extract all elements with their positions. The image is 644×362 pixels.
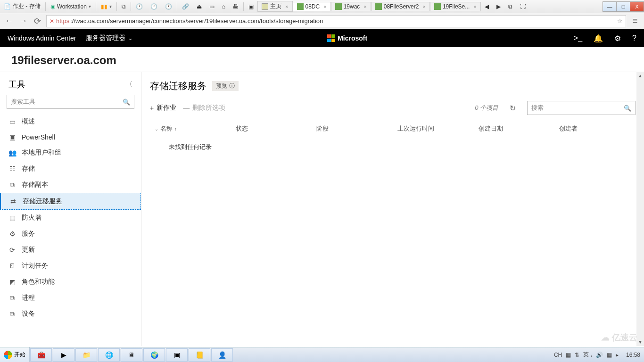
item-count: 0 个项目	[475, 104, 498, 112]
watermark: ☁ 亿速云	[601, 332, 637, 343]
sidebar-item-7[interactable]: ⚙服务	[0, 226, 141, 242]
sidebar-item-12[interactable]: ⧉设备	[0, 306, 141, 322]
sidebar-item-2[interactable]: 👥本地用户和组	[0, 145, 141, 161]
wac-context-menu[interactable]: 服务器管理器⌄	[86, 34, 132, 42]
collapse-sidebar-icon[interactable]: 〈	[126, 80, 132, 89]
taskbar-app-2[interactable]: 📁	[75, 348, 97, 362]
taskbar-app-3[interactable]: 🌐	[98, 348, 120, 362]
col-phase[interactable]: 阶段	[312, 124, 393, 133]
sidebar-item-5[interactable]: ⇄存储迁移服务	[0, 193, 141, 210]
page-title: 存储迁移服务	[150, 80, 206, 92]
vm-clock2-icon[interactable]: 🕐	[147, 0, 161, 13]
tool-icon: ▦	[8, 214, 16, 222]
sidebar-item-10[interactable]: ◩角色和功能	[0, 274, 141, 290]
taskbar-app-5[interactable]: 🌍	[143, 348, 165, 362]
clock[interactable]: 16:58	[626, 352, 640, 358]
network-icon[interactable]: ⇅	[575, 352, 579, 358]
tool-icon: 👥	[8, 149, 16, 156]
col-last-run[interactable]: 上次运行时间	[393, 124, 474, 133]
sidebar-item-1[interactable]: ▣PowerShell	[0, 130, 141, 145]
wac-brand[interactable]: Windows Admin Center	[8, 34, 76, 42]
powershell-icon[interactable]: >_	[574, 34, 582, 42]
tray-more-icon[interactable]: ▸	[616, 352, 619, 358]
close-icon[interactable]: ×	[473, 4, 476, 9]
close-icon[interactable]: ×	[422, 4, 425, 9]
close-icon[interactable]: ×	[285, 4, 288, 9]
vm-tab-19wac[interactable]: 19wac×	[331, 2, 371, 11]
vm-tab-08dc[interactable]: 08DC×	[293, 2, 331, 11]
security-icon[interactable]: ▦	[566, 352, 571, 358]
vm-usb-icon[interactable]: ⏏	[193, 0, 206, 13]
content-pane: 存储迁移服务 预览ⓘ + 新作业 — 删除所选项 0 个项目 ↻ 搜索 🔍	[141, 72, 644, 346]
refresh-button[interactable]: ↻	[510, 104, 516, 113]
vm-tab-08fileserver2[interactable]: 08FileServer2×	[371, 2, 430, 11]
back-button[interactable]: ←	[4, 16, 14, 26]
sidebar-item-4[interactable]: ⧉存储副本	[0, 177, 141, 193]
settings-icon[interactable]: ⚙	[614, 34, 621, 43]
close-button[interactable]: X	[630, 1, 644, 12]
vm-drive-icon[interactable]: ⌂	[218, 0, 229, 13]
vm-snapshot-icon[interactable]: ⧉	[118, 0, 130, 13]
browser-menu[interactable]: ≡	[630, 16, 640, 26]
start-button[interactable]: 开始	[0, 347, 30, 362]
sort-asc-icon: ↑	[174, 126, 177, 132]
col-name[interactable]: ⌄ 名称 ↑	[150, 124, 231, 133]
new-job-button[interactable]: + 新作业	[150, 104, 176, 112]
sidebar-item-9[interactable]: 🗓计划任务	[0, 258, 141, 274]
close-icon[interactable]: ×	[323, 4, 326, 9]
help-icon[interactable]: ?	[632, 34, 636, 42]
vm-app-menu[interactable]: 📄作业 - 存储	[0, 0, 44, 13]
info-icon[interactable]: ⓘ	[229, 82, 235, 90]
taskbar-app-4[interactable]: 🖥	[121, 348, 142, 362]
ime-indicator[interactable]: CH	[554, 352, 562, 358]
taskbar-app-1[interactable]: ▶	[53, 348, 74, 362]
col-created-date[interactable]: 创建日期	[474, 124, 555, 133]
vm-fullscreen-icon[interactable]: ⛶	[516, 0, 529, 13]
vm-print-icon[interactable]: 🖶	[229, 0, 242, 13]
forward-button[interactable]: →	[18, 16, 28, 26]
sidebar-item-3[interactable]: ☷存储	[0, 161, 141, 177]
taskbar-app-8[interactable]: 👤	[211, 348, 233, 362]
taskbar-app-6[interactable]: ▣	[166, 348, 188, 362]
vm-net-icon[interactable]: 🔗	[178, 0, 193, 13]
sidebar-item-8[interactable]: ⟳更新	[0, 242, 141, 258]
server-icon	[434, 3, 441, 10]
col-status[interactable]: 状态	[231, 124, 312, 133]
vm-workstation-menu[interactable]: ◉Workstation▾	[47, 0, 95, 13]
close-icon[interactable]: ×	[363, 4, 366, 9]
scroll-up-icon[interactable]: ▲	[638, 72, 643, 80]
search-tools-input[interactable]: 搜索工具 🔍	[7, 95, 134, 109]
scroll-down-icon[interactable]: ▼	[638, 338, 643, 346]
sidebar-item-11[interactable]: ⧉进程	[0, 290, 141, 306]
vm-full-icon[interactable]: ▣	[245, 0, 257, 13]
sound-icon[interactable]: 🔊	[596, 352, 603, 358]
vm-tab-prev[interactable]: ◀	[481, 0, 493, 13]
vm-pause[interactable]: ▮▮▾	[97, 0, 116, 13]
system-tray: CH ▦ ⇅ 英 , 🔊 ▦ ▸ 16:58	[550, 351, 644, 359]
tool-label: 角色和功能	[22, 278, 55, 286]
taskbar-app-0[interactable]: 🧰	[30, 348, 52, 362]
sidebar-item-6[interactable]: ▦防火墙	[0, 210, 141, 226]
vm-tab-next[interactable]: ▶	[493, 0, 504, 13]
taskbar-app-7[interactable]: 📒	[189, 348, 210, 362]
vm-clock1-icon[interactable]: 🕐	[132, 0, 147, 13]
tool-icon: ▣	[8, 133, 16, 141]
minimize-button[interactable]: —	[603, 1, 617, 12]
bookmark-icon[interactable]: ☆	[617, 17, 623, 25]
reload-button[interactable]: ⟳	[32, 16, 42, 26]
col-created-by[interactable]: 创建者	[554, 124, 636, 133]
vm-tab-home[interactable]: 主页×	[257, 1, 292, 12]
maximize-button[interactable]: □	[616, 1, 630, 12]
vm-clock3-icon[interactable]: 🕐	[161, 0, 176, 13]
lang-indicator[interactable]: 英 ,	[583, 351, 592, 359]
vm-disp-icon[interactable]: ▭	[206, 0, 218, 13]
notifications-icon[interactable]: 🔔	[594, 34, 603, 43]
vm-unity-icon[interactable]: ⧉	[504, 0, 516, 13]
sidebar-item-0[interactable]: ▭概述	[0, 114, 141, 130]
scrollbar[interactable]: ▲ ▼	[636, 72, 644, 346]
address-bar[interactable]: ✕ https ://wac.oa.com/servermanager/conn…	[46, 15, 626, 27]
search-input[interactable]: 搜索 🔍	[527, 101, 636, 115]
flag-icon[interactable]: ▦	[607, 352, 612, 358]
vm-tab-19fileserver[interactable]: 19FileSe...×	[430, 2, 481, 11]
tool-icon: ⚙	[8, 230, 16, 238]
